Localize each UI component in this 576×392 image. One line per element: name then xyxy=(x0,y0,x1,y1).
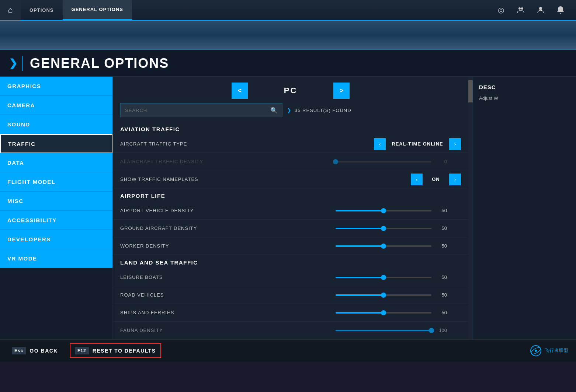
nav-right-icons: ◎ xyxy=(494,3,576,17)
results-arrow-icon: ❯ xyxy=(287,107,292,113)
slider-track-ai-aircraft-density[interactable] xyxy=(336,161,431,162)
sidebar-item-accessibility[interactable]: ACCESSIBILITY xyxy=(0,211,112,230)
general-options-tab[interactable]: GENERAL OPTIONS xyxy=(63,0,132,20)
slider-value-airport-vehicle-density: 50 xyxy=(436,208,447,213)
description-panel: DESC Adjust W xyxy=(473,77,576,339)
sidebar: GRAPHICS CAMERA SOUND TRAFFIC DATA FLIGH… xyxy=(0,77,113,339)
setting-row-fauna-density: FAUNA DENSITY 100 xyxy=(113,322,468,339)
setting-label-fauna-density: FAUNA DENSITY xyxy=(120,328,336,333)
sidebar-item-sound[interactable]: SOUND xyxy=(0,115,112,134)
setting-label-leisure-boats: LEISURE BOATS xyxy=(120,274,336,280)
content-area: GRAPHICS CAMERA SOUND TRAFFIC DATA FLIGH… xyxy=(0,77,576,339)
platform-prev-button[interactable]: < xyxy=(232,83,248,99)
logo-icon xyxy=(530,345,542,357)
go-back-label: GO BACK xyxy=(30,348,58,354)
slider-track-road-vehicles[interactable] xyxy=(336,294,431,296)
options-tab[interactable]: OPTIONS xyxy=(21,0,63,20)
slider-track-fauna-density[interactable] xyxy=(336,330,431,331)
sidebar-item-flight-model[interactable]: FLIGHT MODEL xyxy=(0,172,112,192)
title-chevron-icon: ❯ xyxy=(9,57,17,69)
sidebar-item-graphics[interactable]: GRAPHICS xyxy=(0,77,112,96)
setting-row-ships-and-ferries: SHIPS AND FERRIES 50 xyxy=(113,304,468,322)
hero-image xyxy=(0,21,576,50)
sidebar-item-misc[interactable]: MISC xyxy=(0,192,112,211)
setting-row-leisure-boats: LEISURE BOATS 50 xyxy=(113,269,468,286)
setting-label-road-vehicles: ROAD VEHICLES xyxy=(120,292,336,298)
go-back-button[interactable]: Esc GO BACK xyxy=(7,344,62,357)
slider-value-leisure-boats: 50 xyxy=(436,274,447,280)
section-header-land-sea-traffic: LAND AND SEA TRAFFIC xyxy=(113,255,468,269)
page-title-bar: ❯ GENERAL OPTIONS xyxy=(0,50,576,77)
search-input-wrap[interactable]: 🔍 xyxy=(120,103,282,117)
toggle-value-aircraft-traffic-type: REAL-TIME ONLINE xyxy=(388,141,447,147)
sidebar-item-developers[interactable]: DEVELOPERS xyxy=(0,230,112,249)
toggle-aircraft-traffic-type: ‹ REAL-TIME ONLINE › xyxy=(374,138,461,150)
toggle-next-aircraft-traffic-type[interactable]: › xyxy=(449,138,461,150)
slider-ships-and-ferries: 50 xyxy=(336,310,461,315)
search-input[interactable] xyxy=(125,108,270,113)
platform-name: PC xyxy=(254,86,327,95)
description-title: DESC xyxy=(479,84,570,90)
description-text: Adjust W xyxy=(479,95,570,102)
sidebar-item-traffic[interactable]: TRAFFIC xyxy=(0,134,112,153)
setting-row-ai-aircraft-density: AI AIRCRAFT TRAFFIC DENSITY 0 xyxy=(113,153,468,171)
setting-label-ground-aircraft-density: GROUND AIRCRAFT DENSITY xyxy=(120,225,336,231)
svg-point-5 xyxy=(535,350,537,352)
page-title: GENERAL OPTIONS xyxy=(30,56,169,71)
achievements-icon[interactable]: ◎ xyxy=(494,3,507,17)
slider-road-vehicles: 50 xyxy=(336,292,461,298)
profile-icon[interactable] xyxy=(534,3,547,17)
slider-worker-density: 50 xyxy=(336,243,461,249)
slider-airport-vehicle-density: 50 xyxy=(336,208,461,213)
search-bar: 🔍 ❯ 35 RESULT(S) FOUND xyxy=(113,103,468,122)
slider-track-worker-density[interactable] xyxy=(336,245,431,247)
svg-point-2 xyxy=(539,7,542,10)
setting-row-airport-vehicle-density: AIRPORT VEHICLE DENSITY 50 xyxy=(113,202,468,220)
reset-defaults-button[interactable]: F12 RESET TO DEFAULTS xyxy=(70,343,161,358)
sidebar-item-vr-mode[interactable]: VR MODE xyxy=(0,249,112,268)
scrollbar[interactable] xyxy=(468,77,473,339)
setting-label-show-traffic-nameplates: SHOW TRAFFIC NAMEPLATES xyxy=(120,176,411,182)
slider-track-ships-and-ferries[interactable] xyxy=(336,312,431,314)
reset-defaults-label: RESET TO DEFAULTS xyxy=(93,348,156,354)
toggle-value-show-traffic-nameplates: ON xyxy=(425,176,447,182)
setting-row-ground-aircraft-density: GROUND AIRCRAFT DENSITY 50 xyxy=(113,220,468,237)
main-panel: < PC > 🔍 ❯ 35 RESULT(S) FOUND AVIATION T… xyxy=(113,77,468,339)
title-divider xyxy=(22,56,22,71)
slider-ai-aircraft-density: 0 xyxy=(336,159,461,164)
search-icon: 🔍 xyxy=(270,107,278,114)
community-icon[interactable] xyxy=(514,3,527,17)
home-icon: ⌂ xyxy=(8,5,13,15)
section-header-aviation-traffic: AVIATION TRAFFIC xyxy=(113,122,468,135)
scrollbar-thumb[interactable] xyxy=(468,80,473,102)
toggle-prev-show-traffic-nameplates[interactable]: ‹ xyxy=(411,174,423,185)
platform-selector: < PC > xyxy=(113,77,468,103)
slider-value-worker-density: 50 xyxy=(436,243,447,249)
toggle-show-traffic-nameplates: ‹ ON › xyxy=(411,174,461,185)
reset-key-badge: F12 xyxy=(75,347,89,354)
home-button[interactable]: ⌂ xyxy=(0,0,21,20)
bottom-logo: 飞行者联盟 xyxy=(530,345,569,357)
sidebar-item-data[interactable]: DATA xyxy=(0,153,112,172)
platform-next-button[interactable]: > xyxy=(333,83,350,99)
section-header-airport-life: AIRPORT LIFE xyxy=(113,188,468,202)
slider-value-road-vehicles: 50 xyxy=(436,292,447,298)
slider-value-fauna-density: 100 xyxy=(436,328,447,333)
settings-list: AVIATION TRAFFIC AIRCRAFT TRAFFIC TYPE ‹… xyxy=(113,122,468,339)
setting-label-airport-vehicle-density: AIRPORT VEHICLE DENSITY xyxy=(120,208,336,213)
toggle-prev-aircraft-traffic-type[interactable]: ‹ xyxy=(374,138,386,150)
toggle-next-show-traffic-nameplates[interactable]: › xyxy=(449,174,461,185)
slider-track-leisure-boats[interactable] xyxy=(336,277,431,278)
setting-row-show-traffic-nameplates: SHOW TRAFFIC NAMEPLATES ‹ ON › xyxy=(113,171,468,188)
svg-point-0 xyxy=(518,7,521,10)
top-navigation: ⌂ OPTIONS GENERAL OPTIONS ◎ xyxy=(0,0,576,21)
setting-row-worker-density: WORKER DENSITY 50 xyxy=(113,237,468,255)
slider-track-ground-aircraft-density[interactable] xyxy=(336,228,431,229)
slider-value-ships-and-ferries: 50 xyxy=(436,310,447,315)
setting-label-ships-and-ferries: SHIPS AND FERRIES xyxy=(120,310,336,315)
sidebar-item-camera[interactable]: CAMERA xyxy=(0,96,112,115)
bottom-bar: Esc GO BACK F12 RESET TO DEFAULTS 飞行者联盟 xyxy=(0,339,576,361)
notifications-icon[interactable] xyxy=(554,3,567,17)
slider-track-airport-vehicle-density[interactable] xyxy=(336,210,431,211)
slider-fauna-density: 100 xyxy=(336,328,461,333)
